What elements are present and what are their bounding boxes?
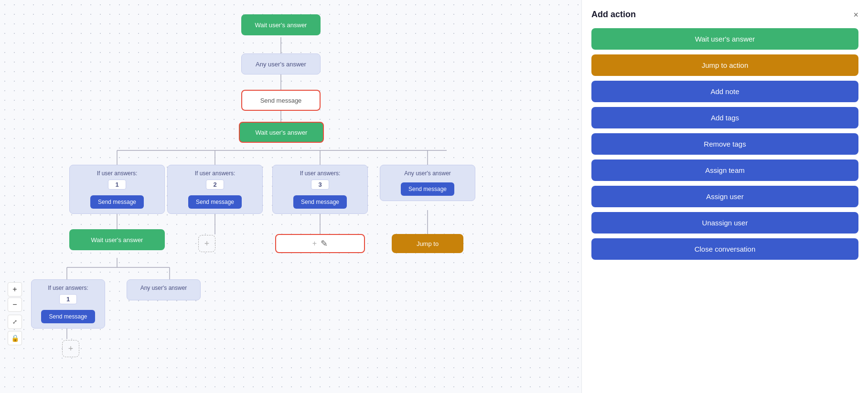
bottom-plus-node[interactable]: + [62,340,79,357]
close-sidebar-btn[interactable]: × [853,11,858,19]
wait-answer-bottom-node[interactable]: Wait user's answer [69,229,165,250]
unassign-user-btn[interactable]: Unassign user [591,212,858,234]
close-conversation-btn[interactable]: Close conversation [591,238,858,260]
assign-user-btn[interactable]: Assign user [591,186,858,207]
jump-to-action-btn[interactable]: Jump to action [591,54,858,76]
expand-btn[interactable]: ⤢ [8,315,22,329]
add-placeholder-node[interactable]: + ✎ [275,234,365,253]
branch2-box: If user answers: 2 Send message [167,165,263,214]
zoom-in-btn[interactable]: + [8,282,22,297]
root-wait-node[interactable]: Wait user's answer [241,14,321,35]
branch1-box: If user answers: 1 Send message [69,165,165,214]
branch3-send-btn[interactable]: Send message [293,195,347,209]
any-answer-top-node[interactable]: Any user's answer [241,53,321,74]
any-answer-right-box: Any user's answer Send message [380,165,475,201]
jump-to-node[interactable]: Jump to [392,234,463,253]
send-message-top-node[interactable]: Send message [241,90,321,111]
sidebar-title: Add action [591,10,636,20]
sidebar-header: Add action × [591,10,858,20]
wait-answer-mid-node[interactable]: Wait user's answer [239,122,324,143]
remove-tags-btn[interactable]: Remove tags [591,133,858,155]
lock-btn[interactable]: 🔒 [8,331,22,345]
any-right-send-btn[interactable]: Send message [401,182,454,196]
any-bottom-right-box: Any user's answer [127,279,201,300]
add-action-sidebar: Add action × Wait user's answer Jump to … [581,0,868,393]
branch3-box: If user answers: 3 Send message [272,165,368,214]
branch2-plus-node[interactable]: + [198,235,215,252]
branch-bottom1-box: If user answers: 1 Send message [31,279,105,329]
add-note-btn[interactable]: Add note [591,81,858,102]
canvas-area[interactable]: Wait user's answer Any user's answer Sen… [0,0,581,393]
branch2-send-btn[interactable]: Send message [188,195,242,209]
branch1-send-btn[interactable]: Send message [90,195,144,209]
add-tags-btn[interactable]: Add tags [591,107,858,128]
zoom-controls: + − ⤢ 🔒 [8,282,22,345]
branch-bottom1-send-btn[interactable]: Send message [41,310,95,323]
assign-team-btn[interactable]: Assign team [591,159,858,181]
zoom-out-btn[interactable]: − [8,297,22,312]
wait-user-answer-btn[interactable]: Wait user's answer [591,28,858,50]
